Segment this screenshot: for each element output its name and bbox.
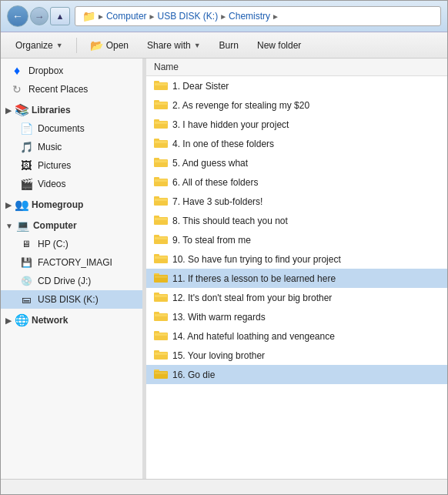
sidebar-section-libraries[interactable]: ▶ 📚 Libraries	[1, 99, 142, 119]
svg-rect-26	[155, 237, 167, 239]
cd-drive-icon: 💿	[19, 274, 33, 288]
breadcrumb-chemistry[interactable]: Chemistry	[229, 11, 270, 22]
breadcrumb-usb[interactable]: USB DISK (K:)	[158, 11, 219, 22]
network-icon: 🌐	[15, 313, 28, 327]
table-row[interactable]: 2. As revenge for stealing my $20	[146, 95, 447, 115]
folder-icon	[154, 213, 168, 228]
sidebar-label-factory: FACTORY_IMAGI	[38, 257, 112, 268]
table-row[interactable]: 5. And guess what	[146, 153, 447, 172]
usb-disk-icon: 🖴	[19, 293, 33, 306]
table-row[interactable]: 7. Have 3 sub-folders!	[146, 192, 447, 211]
organize-arrow: ▼	[56, 42, 63, 49]
videos-icon: 🎬	[19, 177, 33, 191]
table-row[interactable]: 9. To steal from me	[146, 230, 447, 249]
svg-rect-38	[155, 314, 167, 316]
table-row[interactable]: 10. So have fun trying to find your proj…	[146, 249, 447, 269]
sidebar-section-computer[interactable]: ▼ 💻 Computer	[1, 214, 142, 235]
file-name: 6. All of these folders	[172, 177, 258, 188]
sidebar-item-music[interactable]: 🎵 Music	[1, 138, 142, 156]
sidebar-label-libraries: Libraries	[32, 105, 71, 115]
sidebar-label-computer: Computer	[33, 220, 77, 231]
sidebar-label-documents: Documents	[38, 123, 85, 134]
column-header-name[interactable]: Name	[146, 59, 447, 76]
svg-rect-23	[155, 218, 167, 220]
folder-icon	[154, 136, 168, 151]
sidebar-item-videos[interactable]: 🎬 Videos	[1, 175, 142, 193]
file-name: 10. So have fun trying to find your proj…	[172, 254, 341, 265]
folder-icon	[154, 232, 168, 247]
network-expand-icon: ▶	[5, 316, 12, 325]
address-bar: ← → ▲ 📁 ► Computer ► USB DISK (K:) ► Che…	[1, 1, 447, 32]
explorer-window: ← → ▲ 📁 ► Computer ► USB DISK (K:) ► Che…	[0, 0, 448, 495]
documents-icon: 📄	[19, 122, 33, 135]
new-folder-button[interactable]: New folder	[249, 37, 309, 54]
svg-rect-35	[155, 295, 167, 297]
folder-icon	[154, 156, 168, 170]
sidebar-item-documents[interactable]: 📄 Documents	[1, 119, 142, 138]
table-row[interactable]: 11. If theres a lesson to be learned her…	[146, 269, 447, 288]
folder-icon	[154, 348, 168, 363]
drive-c-icon: 🖥	[19, 237, 33, 251]
svg-rect-8	[155, 122, 167, 124]
file-name: 1. Dear Sister	[172, 81, 229, 92]
sidebar-item-factory[interactable]: 💾 FACTORY_IMAGI	[1, 253, 142, 272]
factory-drive-icon: 💾	[19, 256, 33, 269]
table-row[interactable]: 4. In one of these folders	[146, 134, 447, 153]
svg-rect-11	[155, 141, 167, 143]
sidebar-item-drive-c[interactable]: 🖥 HP (C:)	[1, 235, 142, 253]
sidebar-section-network[interactable]: ▶ 🌐 Network	[1, 309, 142, 329]
table-row[interactable]: 16. Go die	[146, 365, 447, 384]
file-name: 5. And guess what	[172, 158, 248, 169]
table-row[interactable]: 8. This should teach you not	[146, 211, 447, 230]
status-bar	[1, 479, 447, 494]
table-row[interactable]: 6. All of these folders	[146, 172, 447, 192]
svg-rect-2	[155, 83, 167, 85]
organize-button[interactable]: Organize ▼	[7, 37, 72, 54]
sidebar-item-recent-places[interactable]: ↻ Recent Places	[1, 80, 142, 99]
table-row[interactable]: 12. It's don't steal from your big broth…	[146, 288, 447, 307]
table-row[interactable]: 14. And hateful loathing and vengeance	[146, 326, 447, 346]
homegroup-expand-icon: ▶	[5, 201, 12, 209]
folder-icon	[154, 329, 168, 343]
svg-rect-29	[155, 256, 167, 259]
up-button[interactable]: ▲	[50, 7, 70, 25]
forward-button[interactable]: →	[30, 7, 48, 25]
sidebar-item-pictures[interactable]: 🖼 Pictures	[1, 156, 142, 175]
homegroup-icon: 👥	[15, 198, 28, 212]
file-name: 7. Have 3 sub-folders!	[172, 196, 262, 207]
sidebar-item-usb-disk[interactable]: 🖴 USB DISK (K:)	[1, 290, 142, 309]
file-name: 14. And hateful loathing and vengeance	[172, 331, 335, 342]
breadcrumb[interactable]: 📁 ► Computer ► USB DISK (K:) ► Chemistry…	[75, 6, 441, 26]
open-button[interactable]: 📂 Open	[82, 36, 137, 55]
folder-icon	[154, 252, 168, 266]
back-button[interactable]: ←	[7, 5, 28, 27]
share-with-button[interactable]: Share with ▼	[139, 37, 209, 54]
table-row[interactable]: 3. I have hidden your project	[146, 115, 447, 134]
recent-places-icon: ↻	[10, 82, 24, 96]
libraries-expand-icon: ▶	[5, 106, 12, 115]
file-name: 13. With warm regards	[172, 312, 266, 323]
svg-rect-20	[155, 199, 167, 201]
table-row[interactable]: 1. Dear Sister	[146, 76, 447, 95]
file-name: 8. This should teach you not	[172, 216, 288, 226]
table-row[interactable]: 13. With warm regards	[146, 307, 447, 326]
table-row[interactable]: 15. Your loving brother	[146, 346, 447, 365]
sidebar-item-cd-drive[interactable]: 💿 CD Drive (J:)	[1, 272, 142, 290]
breadcrumb-computer[interactable]: Computer	[106, 11, 147, 22]
file-name: 11. If theres a lesson to be learned her…	[172, 273, 336, 284]
computer-icon: 💻	[16, 219, 30, 232]
sidebar-section-homegroup[interactable]: ▶ 👥 Homegroup	[1, 193, 142, 214]
svg-rect-44	[155, 353, 167, 355]
sidebar-label-homegroup: Homegroup	[32, 199, 83, 210]
file-name: 15. Your loving brother	[172, 350, 265, 361]
file-name: 12. It's don't steal from your big broth…	[172, 293, 332, 303]
file-name: 3. I have hidden your project	[172, 119, 289, 130]
file-name: 9. To steal from me	[172, 235, 251, 246]
dropbox-icon: ♦	[10, 64, 24, 78]
computer-expand-icon: ▼	[5, 222, 13, 230]
main-content: ♦ Dropbox ↻ Recent Places ▶ 📚 Libraries …	[1, 59, 447, 479]
burn-button[interactable]: Burn	[211, 37, 247, 54]
toolbar-separator-1	[76, 38, 77, 53]
sidebar-item-dropbox[interactable]: ♦ Dropbox	[1, 62, 142, 80]
music-icon: 🎵	[19, 140, 33, 154]
